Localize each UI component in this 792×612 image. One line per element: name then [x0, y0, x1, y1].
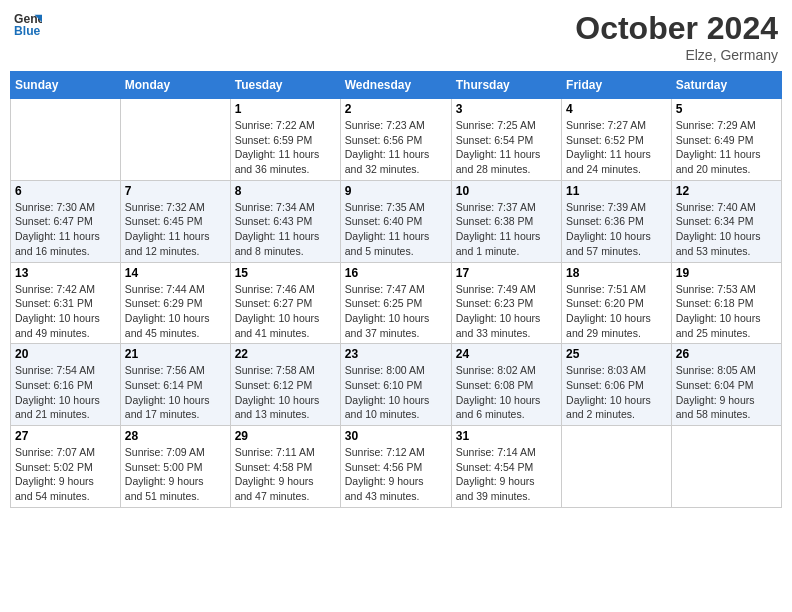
- day-info: Sunrise: 7:51 AM Sunset: 6:20 PM Dayligh…: [566, 282, 667, 341]
- day-info: Sunrise: 7:42 AM Sunset: 6:31 PM Dayligh…: [15, 282, 116, 341]
- day-number: 12: [676, 184, 777, 198]
- day-info: Sunrise: 7:56 AM Sunset: 6:14 PM Dayligh…: [125, 363, 226, 422]
- calendar-day-cell: 30Sunrise: 7:12 AM Sunset: 4:56 PM Dayli…: [340, 426, 451, 508]
- day-number: 9: [345, 184, 447, 198]
- calendar-day-cell: 23Sunrise: 8:00 AM Sunset: 6:10 PM Dayli…: [340, 344, 451, 426]
- calendar-day-cell: 18Sunrise: 7:51 AM Sunset: 6:20 PM Dayli…: [562, 262, 672, 344]
- calendar-day-cell: 11Sunrise: 7:39 AM Sunset: 6:36 PM Dayli…: [562, 180, 672, 262]
- day-number: 17: [456, 266, 557, 280]
- calendar-day-cell: 1Sunrise: 7:22 AM Sunset: 6:59 PM Daylig…: [230, 99, 340, 181]
- day-number: 3: [456, 102, 557, 116]
- day-number: 29: [235, 429, 336, 443]
- calendar-day-cell: [671, 426, 781, 508]
- day-info: Sunrise: 7:40 AM Sunset: 6:34 PM Dayligh…: [676, 200, 777, 259]
- day-number: 27: [15, 429, 116, 443]
- day-number: 15: [235, 266, 336, 280]
- day-number: 18: [566, 266, 667, 280]
- svg-text:Blue: Blue: [14, 24, 41, 38]
- day-number: 6: [15, 184, 116, 198]
- calendar-day-cell: 16Sunrise: 7:47 AM Sunset: 6:25 PM Dayli…: [340, 262, 451, 344]
- calendar-day-cell: 31Sunrise: 7:14 AM Sunset: 4:54 PM Dayli…: [451, 426, 561, 508]
- weekday-header-cell: Monday: [120, 72, 230, 99]
- day-info: Sunrise: 7:09 AM Sunset: 5:00 PM Dayligh…: [125, 445, 226, 504]
- calendar-day-cell: 3Sunrise: 7:25 AM Sunset: 6:54 PM Daylig…: [451, 99, 561, 181]
- calendar-day-cell: [562, 426, 672, 508]
- calendar-day-cell: 29Sunrise: 7:11 AM Sunset: 4:58 PM Dayli…: [230, 426, 340, 508]
- day-number: 30: [345, 429, 447, 443]
- calendar-day-cell: 14Sunrise: 7:44 AM Sunset: 6:29 PM Dayli…: [120, 262, 230, 344]
- weekday-header-cell: Thursday: [451, 72, 561, 99]
- day-number: 2: [345, 102, 447, 116]
- calendar-week-row: 27Sunrise: 7:07 AM Sunset: 5:02 PM Dayli…: [11, 426, 782, 508]
- calendar-day-cell: 27Sunrise: 7:07 AM Sunset: 5:02 PM Dayli…: [11, 426, 121, 508]
- day-number: 11: [566, 184, 667, 198]
- day-number: 26: [676, 347, 777, 361]
- day-number: 20: [15, 347, 116, 361]
- logo: General Blue: [14, 10, 42, 38]
- calendar-day-cell: 6Sunrise: 7:30 AM Sunset: 6:47 PM Daylig…: [11, 180, 121, 262]
- calendar-day-cell: 9Sunrise: 7:35 AM Sunset: 6:40 PM Daylig…: [340, 180, 451, 262]
- calendar-day-cell: 5Sunrise: 7:29 AM Sunset: 6:49 PM Daylig…: [671, 99, 781, 181]
- day-info: Sunrise: 7:25 AM Sunset: 6:54 PM Dayligh…: [456, 118, 557, 177]
- calendar-day-cell: 20Sunrise: 7:54 AM Sunset: 6:16 PM Dayli…: [11, 344, 121, 426]
- day-info: Sunrise: 7:39 AM Sunset: 6:36 PM Dayligh…: [566, 200, 667, 259]
- calendar-day-cell: 26Sunrise: 8:05 AM Sunset: 6:04 PM Dayli…: [671, 344, 781, 426]
- day-info: Sunrise: 7:35 AM Sunset: 6:40 PM Dayligh…: [345, 200, 447, 259]
- day-number: 24: [456, 347, 557, 361]
- weekday-header-cell: Friday: [562, 72, 672, 99]
- day-number: 25: [566, 347, 667, 361]
- day-info: Sunrise: 8:03 AM Sunset: 6:06 PM Dayligh…: [566, 363, 667, 422]
- calendar-day-cell: 25Sunrise: 8:03 AM Sunset: 6:06 PM Dayli…: [562, 344, 672, 426]
- day-info: Sunrise: 7:32 AM Sunset: 6:45 PM Dayligh…: [125, 200, 226, 259]
- calendar-body: 1Sunrise: 7:22 AM Sunset: 6:59 PM Daylig…: [11, 99, 782, 508]
- day-number: 13: [15, 266, 116, 280]
- calendar-day-cell: 12Sunrise: 7:40 AM Sunset: 6:34 PM Dayli…: [671, 180, 781, 262]
- location: Elze, Germany: [575, 47, 778, 63]
- day-number: 7: [125, 184, 226, 198]
- calendar-day-cell: 8Sunrise: 7:34 AM Sunset: 6:43 PM Daylig…: [230, 180, 340, 262]
- day-info: Sunrise: 7:22 AM Sunset: 6:59 PM Dayligh…: [235, 118, 336, 177]
- day-info: Sunrise: 7:11 AM Sunset: 4:58 PM Dayligh…: [235, 445, 336, 504]
- weekday-header-cell: Wednesday: [340, 72, 451, 99]
- day-info: Sunrise: 7:37 AM Sunset: 6:38 PM Dayligh…: [456, 200, 557, 259]
- calendar-day-cell: 21Sunrise: 7:56 AM Sunset: 6:14 PM Dayli…: [120, 344, 230, 426]
- day-number: 16: [345, 266, 447, 280]
- calendar-week-row: 20Sunrise: 7:54 AM Sunset: 6:16 PM Dayli…: [11, 344, 782, 426]
- day-info: Sunrise: 7:12 AM Sunset: 4:56 PM Dayligh…: [345, 445, 447, 504]
- day-info: Sunrise: 7:58 AM Sunset: 6:12 PM Dayligh…: [235, 363, 336, 422]
- calendar-day-cell: [120, 99, 230, 181]
- day-number: 23: [345, 347, 447, 361]
- calendar-week-row: 1Sunrise: 7:22 AM Sunset: 6:59 PM Daylig…: [11, 99, 782, 181]
- day-number: 28: [125, 429, 226, 443]
- calendar-day-cell: 24Sunrise: 8:02 AM Sunset: 6:08 PM Dayli…: [451, 344, 561, 426]
- calendar-day-cell: 13Sunrise: 7:42 AM Sunset: 6:31 PM Dayli…: [11, 262, 121, 344]
- calendar-table: SundayMondayTuesdayWednesdayThursdayFrid…: [10, 71, 782, 508]
- day-number: 4: [566, 102, 667, 116]
- day-number: 19: [676, 266, 777, 280]
- day-info: Sunrise: 7:46 AM Sunset: 6:27 PM Dayligh…: [235, 282, 336, 341]
- calendar-day-cell: 22Sunrise: 7:58 AM Sunset: 6:12 PM Dayli…: [230, 344, 340, 426]
- day-info: Sunrise: 7:23 AM Sunset: 6:56 PM Dayligh…: [345, 118, 447, 177]
- weekday-header-cell: Tuesday: [230, 72, 340, 99]
- day-info: Sunrise: 8:05 AM Sunset: 6:04 PM Dayligh…: [676, 363, 777, 422]
- day-number: 8: [235, 184, 336, 198]
- weekday-header-cell: Sunday: [11, 72, 121, 99]
- day-info: Sunrise: 7:34 AM Sunset: 6:43 PM Dayligh…: [235, 200, 336, 259]
- weekday-header-cell: Saturday: [671, 72, 781, 99]
- calendar-day-cell: 28Sunrise: 7:09 AM Sunset: 5:00 PM Dayli…: [120, 426, 230, 508]
- title-area: October 2024 Elze, Germany: [575, 10, 778, 63]
- calendar-week-row: 13Sunrise: 7:42 AM Sunset: 6:31 PM Dayli…: [11, 262, 782, 344]
- month-title: October 2024: [575, 10, 778, 47]
- calendar-day-cell: 19Sunrise: 7:53 AM Sunset: 6:18 PM Dayli…: [671, 262, 781, 344]
- logo-icon: General Blue: [14, 10, 42, 38]
- day-info: Sunrise: 7:44 AM Sunset: 6:29 PM Dayligh…: [125, 282, 226, 341]
- day-info: Sunrise: 7:49 AM Sunset: 6:23 PM Dayligh…: [456, 282, 557, 341]
- day-number: 22: [235, 347, 336, 361]
- calendar-day-cell: 15Sunrise: 7:46 AM Sunset: 6:27 PM Dayli…: [230, 262, 340, 344]
- calendar-day-cell: [11, 99, 121, 181]
- day-info: Sunrise: 8:00 AM Sunset: 6:10 PM Dayligh…: [345, 363, 447, 422]
- day-info: Sunrise: 8:02 AM Sunset: 6:08 PM Dayligh…: [456, 363, 557, 422]
- day-number: 14: [125, 266, 226, 280]
- day-number: 5: [676, 102, 777, 116]
- calendar-day-cell: 4Sunrise: 7:27 AM Sunset: 6:52 PM Daylig…: [562, 99, 672, 181]
